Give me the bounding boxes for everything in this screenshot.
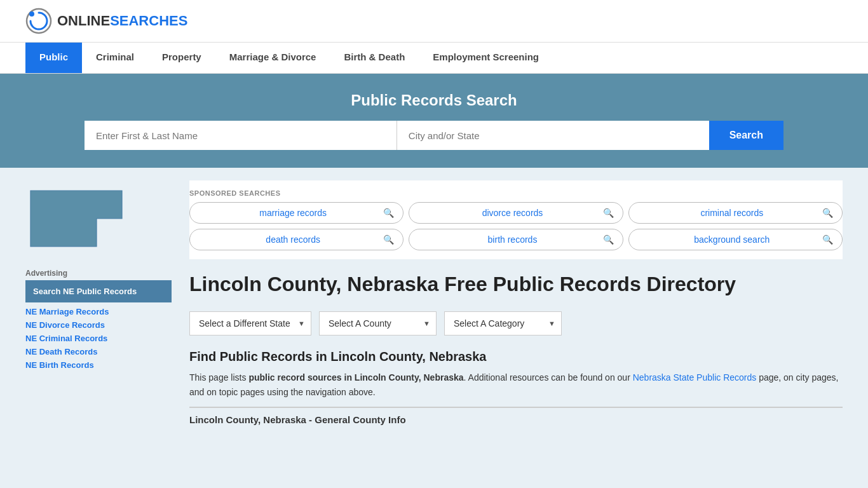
sponsored-item-marriage[interactable]: marriage records 🔍 — [189, 202, 403, 224]
logo-icon — [25, 8, 52, 34]
sidebar-ad-box[interactable]: Search NE Public Records — [25, 280, 172, 302]
find-text-bold: public record sources in Lincoln County,… — [248, 372, 463, 383]
sidebar-link-criminal[interactable]: NE Criminal Records — [25, 332, 172, 345]
find-text-part1: This page lists — [189, 372, 248, 383]
sponsored-item-criminal-text: criminal records — [642, 208, 822, 218]
nav-criminal[interactable]: Criminal — [82, 43, 148, 73]
search-icon-5: 🔍 — [603, 234, 614, 245]
logo-online: ONLINE — [57, 14, 110, 28]
sidebar-link-marriage[interactable]: NE Marriage Records — [25, 305, 172, 318]
hero-title: Public Records Search — [25, 92, 843, 109]
state-select-wrapper: Select a Different State — [189, 311, 311, 336]
search-bar: Search — [85, 121, 783, 150]
find-text-part2: . Additional resources can be found on o… — [464, 372, 633, 383]
general-info-title: Lincoln County, Nebraska - General Count… — [189, 407, 843, 425]
search-icon-4: 🔍 — [383, 234, 394, 245]
county-select-wrapper: Select A County — [319, 311, 437, 336]
location-input[interactable] — [397, 121, 709, 150]
content-area: SPONSORED SEARCHES marriage records 🔍 di… — [189, 180, 843, 425]
page-title-section: Lincoln County, Nebraska Free Public Rec… — [189, 269, 843, 296]
name-input[interactable] — [85, 121, 397, 150]
main-nav: Public Criminal Property Marriage & Divo… — [0, 43, 868, 74]
nav-marriage-divorce[interactable]: Marriage & Divorce — [215, 43, 330, 73]
main-container: Advertising Search NE Public Records NE … — [0, 168, 868, 438]
find-records-text: This page lists public record sources in… — [189, 370, 843, 399]
search-icon-3: 🔍 — [822, 208, 833, 218]
nebraska-map — [25, 180, 127, 257]
search-icon-1: 🔍 — [383, 208, 394, 218]
sidebar: Advertising Search NE Public Records NE … — [25, 180, 172, 425]
category-select-wrapper: Select A Category — [444, 311, 562, 336]
state-select[interactable]: Select a Different State — [189, 311, 311, 336]
sidebar-link-death[interactable]: NE Death Records — [25, 345, 172, 358]
sponsored-item-death[interactable]: death records 🔍 — [189, 229, 403, 250]
sponsored-item-birth[interactable]: birth records 🔍 — [409, 229, 623, 250]
search-button[interactable]: Search — [709, 121, 783, 150]
sponsored-section: SPONSORED SEARCHES marriage records 🔍 di… — [189, 180, 843, 259]
county-select[interactable]: Select A County — [319, 311, 437, 336]
find-records-title: Find Public Records in Lincoln County, N… — [189, 349, 843, 364]
sponsored-item-divorce-text: divorce records — [422, 208, 602, 218]
nav-birth-death[interactable]: Birth & Death — [330, 43, 419, 73]
sponsored-item-marriage-text: marriage records — [203, 208, 383, 218]
logo-searches: SEARCHES — [110, 14, 187, 28]
search-icon-6: 🔍 — [822, 234, 833, 245]
hero-section: Public Records Search Search — [0, 74, 868, 168]
find-records-link[interactable]: Nebraska State Public Records — [633, 372, 757, 383]
sponsored-item-birth-text: birth records — [422, 234, 602, 245]
svg-marker-2 — [31, 191, 122, 247]
logo[interactable]: ONLINE SEARCHES — [25, 8, 187, 34]
sponsored-item-death-text: death records — [203, 234, 383, 245]
sponsored-label: SPONSORED SEARCHES — [189, 189, 843, 197]
nav-employment[interactable]: Employment Screening — [419, 43, 553, 73]
site-header: ONLINE SEARCHES — [0, 0, 868, 43]
sponsored-item-divorce[interactable]: divorce records 🔍 — [409, 202, 623, 224]
logo-text: ONLINE SEARCHES — [57, 14, 187, 28]
nav-property[interactable]: Property — [148, 43, 215, 73]
svg-point-1 — [29, 11, 34, 17]
sidebar-link-birth[interactable]: NE Birth Records — [25, 358, 172, 372]
category-select[interactable]: Select A Category — [444, 311, 562, 336]
sponsored-item-criminal[interactable]: criminal records 🔍 — [628, 202, 843, 224]
search-icon-2: 🔍 — [603, 208, 614, 218]
sponsored-grid: marriage records 🔍 divorce records 🔍 cri… — [189, 202, 843, 250]
nav-public[interactable]: Public — [25, 43, 82, 73]
selects-row: Select a Different State Select A County… — [189, 311, 843, 336]
sponsored-item-background-text: background search — [642, 234, 822, 245]
sidebar-ad-label: Advertising — [25, 269, 172, 278]
sponsored-item-background[interactable]: background search 🔍 — [628, 229, 843, 250]
sidebar-link-divorce[interactable]: NE Divorce Records — [25, 318, 172, 332]
page-title: Lincoln County, Nebraska Free Public Rec… — [189, 272, 736, 296]
